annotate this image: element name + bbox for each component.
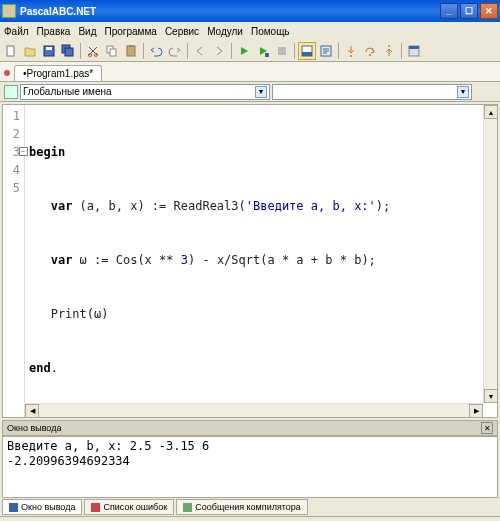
app-icon (2, 4, 16, 18)
scroll-right-icon[interactable]: ▶ (469, 404, 483, 418)
run-icon[interactable] (235, 42, 253, 60)
form-designer-icon[interactable] (405, 42, 423, 60)
svg-rect-11 (265, 53, 269, 57)
title-bar: PascalABC.NET _ ☐ ✕ (0, 0, 500, 22)
namespace-icon (4, 85, 18, 99)
svg-rect-14 (302, 52, 312, 56)
maximize-button[interactable]: ☐ (460, 3, 478, 19)
stop-icon[interactable] (273, 42, 291, 60)
menu-view[interactable]: Вид (78, 26, 96, 37)
nav-fwd-icon[interactable] (210, 42, 228, 60)
minimize-button[interactable]: _ (440, 3, 458, 19)
svg-point-16 (350, 55, 352, 57)
output-title-label: Окно вывода (7, 423, 61, 433)
new-file-icon[interactable] (2, 42, 20, 60)
svg-point-5 (89, 53, 92, 56)
member-combo[interactable]: ▼ (272, 84, 472, 100)
output-panel-icon[interactable] (298, 42, 316, 60)
cut-icon[interactable] (84, 42, 102, 60)
errors-icon (91, 503, 100, 512)
compiler-icon (183, 503, 192, 512)
undo-icon[interactable] (147, 42, 165, 60)
compile-icon[interactable] (317, 42, 335, 60)
namespace-combo[interactable]: Глобальные имена ▼ (20, 84, 270, 100)
menu-program[interactable]: Программа (104, 26, 156, 37)
scroll-up-icon[interactable]: ▲ (484, 105, 498, 119)
close-button[interactable]: ✕ (480, 3, 498, 19)
scroll-horizontal[interactable]: ◀ ▶ (25, 403, 483, 417)
menu-edit[interactable]: Правка (37, 26, 71, 37)
svg-rect-10 (129, 45, 133, 47)
open-file-icon[interactable] (21, 42, 39, 60)
menu-modules[interactable]: Модули (207, 26, 243, 37)
run2-icon[interactable] (254, 42, 272, 60)
svg-rect-9 (127, 46, 135, 56)
svg-rect-8 (110, 49, 116, 56)
nav-back-icon[interactable] (191, 42, 209, 60)
tab-errors[interactable]: Список ошибок (84, 499, 174, 515)
output-icon (9, 503, 18, 512)
output-panel[interactable]: Введите a, b, x: 2.5 -3.15 6-2.209963946… (2, 436, 498, 498)
step-over-icon[interactable] (361, 42, 379, 60)
file-tab[interactable]: •Program1.pas* (14, 65, 102, 81)
bottom-tabs: Окно вывода Список ошибок Сообщения комп… (2, 498, 498, 516)
code-area[interactable]: −begin var (a, b, x) := ReadReal3('Введи… (25, 105, 497, 417)
svg-rect-0 (7, 46, 14, 56)
window-title: PascalABC.NET (20, 6, 438, 17)
menu-help[interactable]: Помощь (251, 26, 290, 37)
chevron-down-icon: ▼ (457, 86, 469, 98)
save-all-icon[interactable] (59, 42, 77, 60)
redo-icon[interactable] (166, 42, 184, 60)
step-out-icon[interactable] (380, 42, 398, 60)
scroll-vertical[interactable]: ▲ ▼ (483, 105, 497, 403)
save-icon[interactable] (40, 42, 58, 60)
combo-row: Глобальные имена ▼ ▼ (0, 82, 500, 102)
tab-row: •Program1.pas* (0, 62, 500, 82)
tab-compiler[interactable]: Сообщения компилятора (176, 499, 308, 515)
tab-output[interactable]: Окно вывода (2, 499, 82, 515)
paste-icon[interactable] (122, 42, 140, 60)
code-editor[interactable]: 12345 −begin var (a, b, x) := ReadReal3(… (2, 104, 498, 418)
copy-icon[interactable] (103, 42, 121, 60)
scroll-down-icon[interactable]: ▼ (484, 389, 498, 403)
combo-label: Глобальные имена (23, 86, 112, 97)
step-into-icon[interactable] (342, 42, 360, 60)
menu-bar: Файл Правка Вид Программа Сервис Модули … (0, 22, 500, 40)
toolbar (0, 40, 500, 62)
status-bar: Компиляция прошла успешно (5 строк) Стро… (0, 516, 500, 521)
scroll-left-icon[interactable]: ◀ (25, 404, 39, 418)
svg-point-18 (388, 45, 390, 47)
menu-file[interactable]: Файл (4, 26, 29, 37)
svg-point-6 (95, 53, 98, 56)
svg-rect-2 (46, 47, 52, 50)
fold-icon[interactable]: − (19, 147, 28, 156)
svg-rect-20 (409, 46, 419, 49)
modified-indicator-icon (4, 70, 10, 76)
chevron-down-icon: ▼ (255, 86, 267, 98)
svg-rect-12 (278, 47, 286, 55)
panel-close-icon[interactable]: ✕ (481, 422, 493, 434)
svg-point-17 (369, 54, 371, 56)
svg-rect-4 (65, 48, 73, 56)
menu-service[interactable]: Сервис (165, 26, 199, 37)
output-panel-title: Окно вывода ✕ (2, 420, 498, 436)
